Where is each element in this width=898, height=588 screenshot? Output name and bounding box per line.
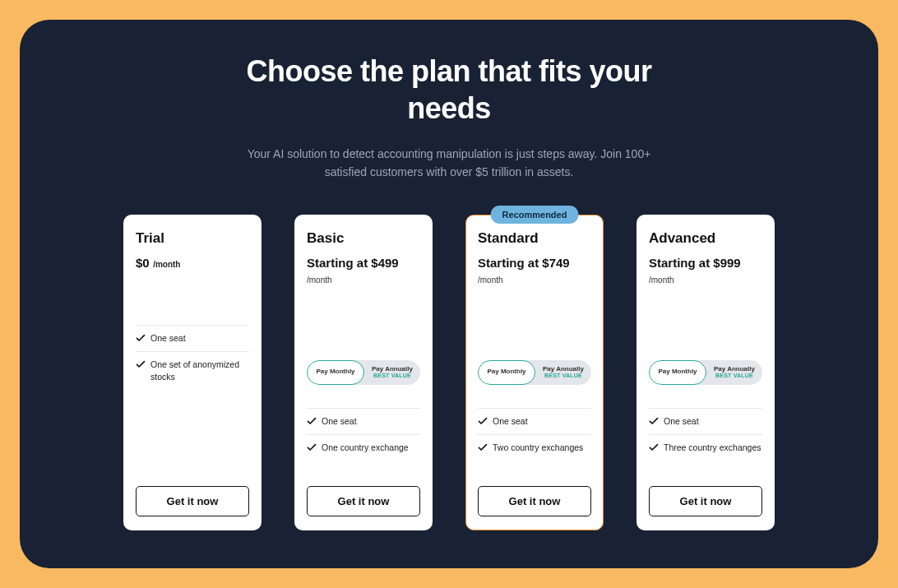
price-period: /month [649,275,762,285]
feature-item: Three country exchanges [649,434,762,461]
feature-text: Two country exchanges [493,442,583,454]
price-period: /month [307,275,420,285]
page-subtitle: Your AI solution to detect accounting ma… [227,145,671,182]
pay-monthly-toggle[interactable]: Pay Monthly [307,360,364,385]
feature-item: One seat [478,408,591,434]
pay-monthly-toggle[interactable]: Pay Monthly [649,360,706,385]
feature-item: One set of anonymized stocks [136,351,249,389]
feature-item: Two country exchanges [478,434,591,461]
feature-list: One seat Two country exchanges [478,408,591,460]
feature-list: One seat Three country exchanges [649,408,762,460]
plan-price: $0 /month [136,255,249,271]
plan-price: Starting at $999 [649,255,762,271]
feature-text: One seat [150,332,186,345]
plan-card-basic: Basic Starting at $499 /month Pay Monthl… [294,215,433,530]
plan-price: Starting at $749 [478,255,591,271]
billing-toggle: Pay Monthly Pay Annually BEST VALUE [478,360,591,385]
get-it-now-button[interactable]: Get it now [136,486,249,516]
feature-text: One set of anonymized stocks [150,359,249,382]
check-icon [478,442,488,452]
plan-name: Standard [478,230,591,247]
price-period: /month [478,275,591,285]
check-icon [307,416,317,426]
feature-list: One seat One country exchange [307,408,420,460]
feature-item: One country exchange [307,434,420,461]
feature-text: One country exchange [322,442,409,454]
check-icon [478,416,488,426]
feature-text: Three country exchanges [664,442,761,454]
check-icon [136,333,146,343]
best-value-label: BEST VALUE [373,373,411,379]
price-value: $0 [136,256,150,270]
pricing-panel: Choose the plan that fits your needs You… [20,20,878,568]
toggle-label: Pay Annually [714,366,755,373]
pay-annually-toggle[interactable]: Pay Annually BEST VALUE [706,360,762,385]
plan-name: Advanced [649,230,762,247]
pay-annually-toggle[interactable]: Pay Annually BEST VALUE [535,360,591,385]
check-icon [649,442,659,452]
feature-text: One seat [664,415,699,428]
toggle-label: Pay Monthly [487,368,525,376]
feature-text: One seat [322,415,357,428]
best-value-label: BEST VALUE [715,373,753,379]
billing-toggle: Pay Monthly Pay Annually BEST VALUE [649,360,762,385]
recommended-badge: Recommended [491,206,579,224]
plan-card-standard: Recommended Standard Starting at $749 /m… [465,215,604,530]
get-it-now-button[interactable]: Get it now [478,486,591,516]
toggle-label: Pay Annually [372,366,413,373]
page-title: Choose the plan that fits your needs [202,53,696,127]
billing-toggle: Pay Monthly Pay Annually BEST VALUE [307,360,420,385]
toggle-label: Pay Monthly [316,368,354,376]
plan-name: Basic [307,230,420,247]
pay-annually-toggle[interactable]: Pay Annually BEST VALUE [364,360,420,385]
toggle-label: Pay Annually [543,366,584,373]
plan-card-trial: Trial $0 /month One seat One set of anon… [123,215,262,530]
feature-text: One seat [493,415,528,428]
feature-item: One seat [307,408,420,434]
toggle-label: Pay Monthly [658,368,697,376]
check-icon [649,416,659,426]
pricing-cards: Trial $0 /month One seat One set of anon… [77,215,821,530]
price-suffix: /month [153,260,180,269]
best-value-label: BEST VALUE [544,373,582,379]
pay-monthly-toggle[interactable]: Pay Monthly [478,360,535,385]
check-icon [136,359,146,369]
get-it-now-button[interactable]: Get it now [649,486,762,516]
feature-item: One seat [136,325,249,351]
plan-price: Starting at $499 [307,255,420,271]
check-icon [307,442,317,452]
plan-name: Trial [136,230,249,247]
feature-item: One seat [649,408,762,434]
plan-card-advanced: Advanced Starting at $999 /month Pay Mon… [636,215,775,530]
get-it-now-button[interactable]: Get it now [307,486,420,516]
feature-list: One seat One set of anonymized stocks [136,325,249,389]
